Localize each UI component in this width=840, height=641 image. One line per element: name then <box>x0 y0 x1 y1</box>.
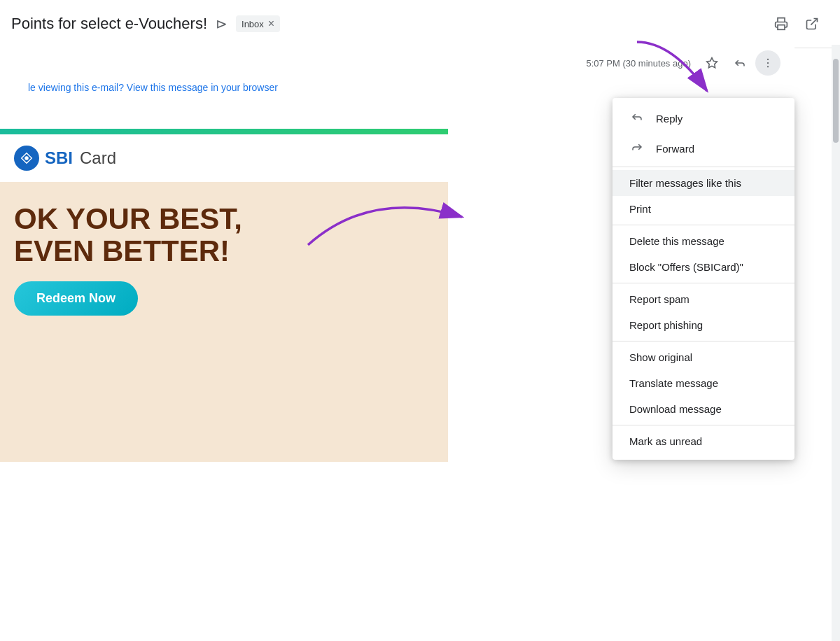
sbi-logo <box>14 146 39 171</box>
arrow-top-svg <box>630 35 742 119</box>
menu-item-forward[interactable]: Forward <box>612 134 794 164</box>
translate-label: Translate message <box>629 377 778 389</box>
menu-divider-5 <box>612 425 794 425</box>
spam-label: Report spam <box>629 293 778 305</box>
arrow-bottom <box>301 175 483 262</box>
svg-point-7 <box>24 156 29 160</box>
sbi-top-bar <box>0 129 448 134</box>
menu-item-original[interactable]: Show original <box>612 344 794 370</box>
scrollbar[interactable] <box>832 45 840 641</box>
svg-point-4 <box>767 62 769 64</box>
block-label: Block "Offers (SBICard)" <box>629 261 778 273</box>
arrow-top <box>630 35 742 122</box>
email-viewer: Points for select e-Vouchers! ⊳ Inbox × <box>0 0 840 641</box>
print-label: Print <box>629 203 778 215</box>
svg-point-5 <box>767 66 769 67</box>
print-button[interactable] <box>767 10 795 38</box>
svg-point-3 <box>767 59 769 60</box>
menu-item-unread[interactable]: Mark as unread <box>612 428 794 454</box>
inbox-close-button[interactable]: × <box>268 17 274 30</box>
download-label: Download message <box>629 403 778 415</box>
menu-divider-4 <box>612 341 794 341</box>
menu-divider-2 <box>612 225 794 225</box>
redeem-now-button[interactable]: Redeem Now <box>14 281 138 316</box>
svg-line-1 <box>811 19 817 25</box>
sbi-brand: SBI <box>45 148 73 168</box>
more-options-button[interactable] <box>755 50 780 76</box>
menu-item-block[interactable]: Block "Offers (SBICard)" <box>612 254 794 280</box>
menu-divider-3 <box>612 283 794 283</box>
email-title: Points for select e-Vouchers! <box>11 15 207 33</box>
delete-label: Delete this message <box>629 235 778 247</box>
inbox-label: Inbox <box>241 19 264 29</box>
open-new-window-button[interactable] <box>798 10 826 38</box>
filter-label: Filter messages like this <box>629 177 778 189</box>
original-label: Show original <box>629 351 778 363</box>
menu-item-translate[interactable]: Translate message <box>612 370 794 396</box>
inbox-badge: Inbox × <box>236 15 280 32</box>
menu-item-download[interactable]: Download message <box>612 396 794 422</box>
menu-divider-1 <box>612 167 794 167</box>
forward-menu-icon <box>629 141 645 157</box>
forward-icon: ⊳ <box>216 15 227 32</box>
phishing-label: Report phishing <box>629 319 778 331</box>
header-actions <box>767 10 826 38</box>
menu-item-spam[interactable]: Report spam <box>612 286 794 312</box>
view-in-browser-link[interactable]: le viewing this e-mail? View this messag… <box>14 78 292 100</box>
sbi-card-label: Card <box>80 148 116 168</box>
email-title-area: Points for select e-Vouchers! ⊳ Inbox × <box>11 15 280 33</box>
menu-item-phishing[interactable]: Report phishing <box>612 312 794 338</box>
menu-item-print[interactable]: Print <box>612 196 794 222</box>
unread-label: Mark as unread <box>629 435 778 447</box>
scrollbar-thumb[interactable] <box>833 59 839 143</box>
menu-item-delete[interactable]: Delete this message <box>612 228 794 254</box>
context-menu: Reply Forward Filter messages like this … <box>612 98 794 460</box>
svg-rect-0 <box>778 25 785 30</box>
forward-label: Forward <box>656 143 778 155</box>
menu-item-filter[interactable]: Filter messages like this <box>612 170 794 196</box>
arrow-bottom-svg <box>301 175 483 259</box>
